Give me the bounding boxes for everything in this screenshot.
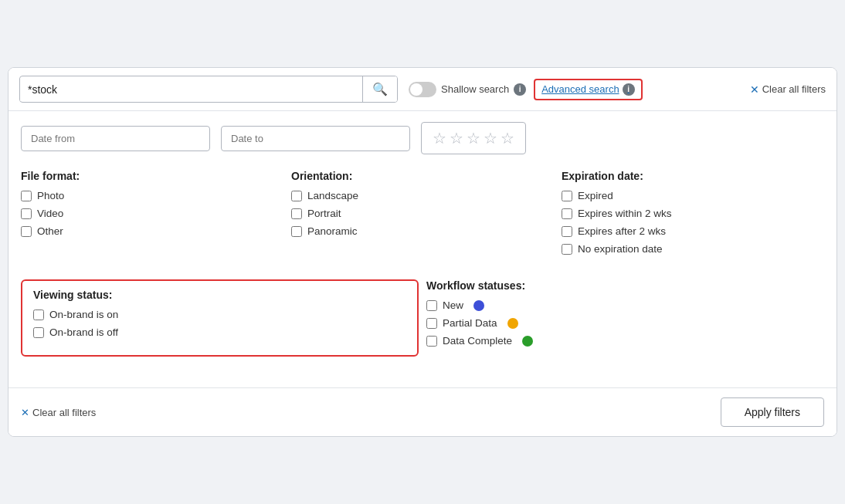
footer-clear-all-button[interactable]: ✕ Clear all filters bbox=[21, 407, 96, 418]
search-input[interactable] bbox=[20, 78, 362, 101]
apply-filters-button[interactable]: Apply filters bbox=[721, 397, 824, 427]
expiration-date-group: Expiration date: Expired Expires within … bbox=[562, 170, 824, 261]
checkbox-video-input[interactable] bbox=[21, 208, 32, 219]
checkbox-expires-after-2wks[interactable]: Expires after 2 wks bbox=[562, 225, 824, 237]
checkbox-expired-input[interactable] bbox=[562, 191, 572, 201]
checkbox-landscape-label: Landscape bbox=[307, 190, 358, 201]
checkbox-photo-input[interactable] bbox=[21, 191, 32, 201]
checkbox-new-label: New bbox=[443, 299, 463, 311]
footer-row: ✕ Clear all filters Apply filters bbox=[8, 387, 837, 436]
expiration-date-label: Expiration date: bbox=[562, 170, 824, 182]
checkbox-video-label: Video bbox=[37, 208, 63, 219]
orientation-group: Orientation: Landscape Portrait Panorami… bbox=[291, 170, 554, 261]
checkbox-other[interactable]: Other bbox=[21, 225, 283, 237]
star-1[interactable]: ☆ bbox=[433, 129, 446, 147]
clear-all-label: Clear all filters bbox=[762, 83, 826, 95]
partial-data-dot bbox=[507, 318, 518, 329]
checkbox-portrait-label: Portrait bbox=[307, 208, 341, 219]
checkbox-expired-label: Expired bbox=[578, 190, 613, 201]
checkbox-other-input[interactable] bbox=[21, 226, 32, 237]
search-icon: 🔍 bbox=[372, 83, 388, 96]
checkbox-other-label: Other bbox=[37, 225, 63, 237]
checkbox-portrait-input[interactable] bbox=[291, 208, 302, 219]
star-4[interactable]: ☆ bbox=[484, 129, 497, 147]
shallow-search-label: Shallow search bbox=[441, 83, 509, 95]
checkbox-partial-data-input[interactable] bbox=[426, 318, 437, 329]
checkbox-photo-label: Photo bbox=[37, 190, 64, 201]
data-complete-dot bbox=[522, 336, 533, 347]
checkbox-onbrand-on-label: On-brand is on bbox=[49, 309, 118, 320]
checkbox-panoramic-input[interactable] bbox=[291, 226, 302, 237]
footer-clear-label: Clear all filters bbox=[32, 407, 96, 418]
checkbox-new[interactable]: New bbox=[426, 299, 824, 311]
viewing-status-label: Viewing status: bbox=[33, 289, 406, 301]
new-dot bbox=[473, 300, 484, 311]
checkbox-expires-after-2wks-input[interactable] bbox=[562, 226, 572, 237]
checkbox-data-complete[interactable]: Data Complete bbox=[426, 335, 824, 347]
search-wrapper: 🔍 bbox=[19, 76, 398, 103]
checkbox-photo[interactable]: Photo bbox=[21, 190, 283, 201]
shallow-search-toggle[interactable] bbox=[409, 82, 436, 97]
date-stars-row: ☆ ☆ ☆ ☆ ☆ bbox=[21, 122, 824, 154]
viewing-status-group: Viewing status: On-brand is on On-brand … bbox=[21, 279, 419, 357]
checkbox-partial-data-label: Partial Data bbox=[443, 317, 497, 329]
checkbox-video[interactable]: Video bbox=[21, 208, 283, 219]
checkbox-no-expiration-label: No expiration date bbox=[578, 243, 663, 255]
shallow-search-info-icon[interactable]: i bbox=[514, 83, 526, 96]
checkbox-onbrand-on[interactable]: On-brand is on bbox=[33, 309, 406, 320]
checkbox-expires-2wks-input[interactable] bbox=[562, 208, 572, 219]
clear-all-icon: ✕ bbox=[750, 83, 759, 96]
checkbox-expires-after-2wks-label: Expires after 2 wks bbox=[578, 225, 666, 237]
advanced-search-label: Advanced search bbox=[541, 83, 619, 95]
search-button[interactable]: 🔍 bbox=[362, 76, 397, 102]
checkbox-panoramic[interactable]: Panoramic bbox=[291, 225, 554, 237]
checkbox-no-expiration-input[interactable] bbox=[562, 244, 572, 255]
advanced-search-button[interactable]: Advanced search i bbox=[534, 79, 642, 100]
checkbox-onbrand-off-input[interactable] bbox=[33, 327, 44, 338]
checkbox-partial-data[interactable]: Partial Data bbox=[426, 317, 824, 329]
filter-panel: 🔍 Shallow search i Advanced search i ✕ C… bbox=[8, 67, 837, 437]
header-row: 🔍 Shallow search i Advanced search i ✕ C… bbox=[8, 68, 837, 111]
file-format-group: File format: Photo Video Other bbox=[21, 170, 283, 261]
stars-rating[interactable]: ☆ ☆ ☆ ☆ ☆ bbox=[421, 122, 526, 154]
checkbox-onbrand-off-label: On-brand is off bbox=[49, 326, 118, 338]
star-2[interactable]: ☆ bbox=[450, 129, 463, 147]
workflow-statuses-group: Workflow statuses: New Partial Data Data… bbox=[426, 279, 824, 357]
filters-grid: File format: Photo Video Other Orientati… bbox=[21, 170, 824, 261]
checkbox-data-complete-input[interactable] bbox=[426, 336, 437, 347]
checkbox-panoramic-label: Panoramic bbox=[307, 225, 358, 237]
star-3[interactable]: ☆ bbox=[467, 129, 480, 147]
star-5[interactable]: ☆ bbox=[501, 129, 514, 147]
date-to-input[interactable] bbox=[221, 126, 410, 151]
checkbox-landscape-input[interactable] bbox=[291, 191, 302, 201]
checkbox-expired[interactable]: Expired bbox=[562, 190, 824, 201]
shallow-search-toggle-group: Shallow search i bbox=[409, 82, 526, 97]
filters-section: ☆ ☆ ☆ ☆ ☆ File format: Photo Video bbox=[8, 111, 837, 387]
bottom-grid: Viewing status: On-brand is on On-brand … bbox=[21, 279, 824, 357]
footer-clear-icon: ✕ bbox=[21, 407, 29, 418]
checkbox-landscape[interactable]: Landscape bbox=[291, 190, 554, 201]
checkbox-portrait[interactable]: Portrait bbox=[291, 208, 554, 219]
checkbox-expires-2wks[interactable]: Expires within 2 wks bbox=[562, 208, 824, 219]
workflow-statuses-label: Workflow statuses: bbox=[426, 279, 824, 292]
checkbox-onbrand-on-input[interactable] bbox=[33, 310, 44, 320]
file-format-label: File format: bbox=[21, 170, 283, 182]
date-from-input[interactable] bbox=[21, 126, 210, 151]
orientation-label: Orientation: bbox=[291, 170, 554, 182]
checkbox-expires-2wks-label: Expires within 2 wks bbox=[578, 208, 672, 219]
advanced-search-info-icon[interactable]: i bbox=[623, 83, 635, 96]
clear-all-button[interactable]: ✕ Clear all filters bbox=[750, 83, 826, 96]
checkbox-data-complete-label: Data Complete bbox=[443, 335, 512, 347]
checkbox-onbrand-off[interactable]: On-brand is off bbox=[33, 326, 406, 338]
checkbox-new-input[interactable] bbox=[426, 300, 437, 311]
checkbox-no-expiration[interactable]: No expiration date bbox=[562, 243, 824, 255]
